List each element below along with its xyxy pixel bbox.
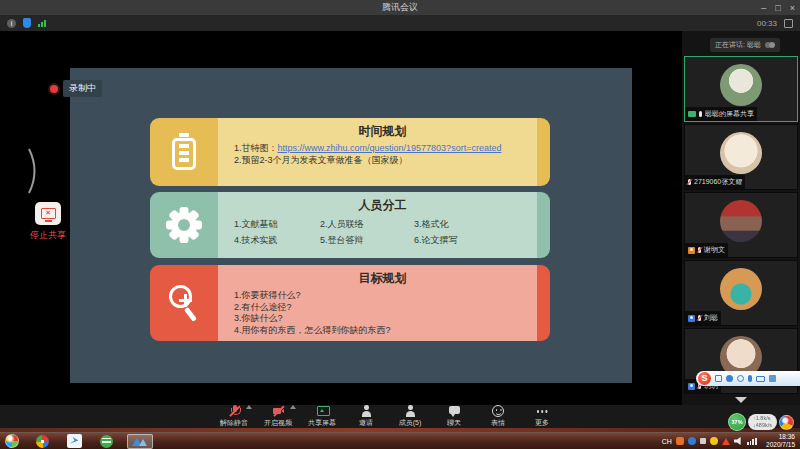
network-speeds: 1.8k/s 489k/s: [748, 414, 777, 431]
memory-percent-badge: 37%: [728, 413, 746, 431]
punctuation-icon[interactable]: [726, 375, 733, 382]
start-button[interactable]: [5, 434, 19, 448]
sogou-logo-icon[interactable]: [698, 372, 711, 385]
card-body: 目标规划 1.你要获得什么? 2.有什么途径? 3.你缺什么? 4.用你有的东西…: [218, 265, 537, 341]
chat-icon: [448, 405, 461, 417]
tray-blue-app-icon[interactable]: [688, 437, 696, 445]
tray-orange-app-icon[interactable]: [676, 437, 684, 445]
security-shield-icon[interactable]: [23, 18, 31, 28]
camera-options-caret-icon[interactable]: [290, 405, 296, 409]
card-title: 人员分工: [234, 197, 531, 214]
participant-tile[interactable]: 刘聪: [684, 260, 798, 326]
card-body: 人员分工 1.文献基础 2.人员联络 3.格式化 4.技术实践 5.登台答辩 6…: [218, 192, 537, 258]
share-screen-icon: [316, 405, 329, 417]
camera-off-icon: [272, 405, 285, 417]
meeting-mountains-icon: [132, 437, 148, 446]
avatar: [720, 200, 762, 242]
start-video-button[interactable]: 开启视频: [256, 405, 300, 428]
people-item: 2.人员联络: [320, 218, 414, 231]
stop-share-button[interactable]: [35, 202, 61, 225]
system-tray: CH 18:36 2020/7/15: [662, 433, 795, 449]
window-title: 腾讯会议: [382, 1, 418, 14]
bird-icon: [67, 434, 82, 448]
card-title: 目标规划: [234, 270, 531, 287]
mini-avatars-icon: [765, 42, 775, 48]
member-badge-icon: [688, 315, 695, 322]
card-icon-zone: [150, 192, 218, 258]
emoji-button[interactable]: 表情: [476, 405, 520, 428]
stop-share-control[interactable]: 停止共享: [25, 202, 71, 242]
traffic-monitor-widget[interactable]: 37% 1.8k/s 489k/s: [728, 413, 794, 431]
soft-keyboard-icon[interactable]: [756, 376, 765, 382]
invite-button[interactable]: 邀请: [344, 405, 388, 428]
meeting-info-icon[interactable]: [7, 19, 16, 28]
zhihu-link[interactable]: https://www.zhihu.com/question/19577803?…: [278, 143, 502, 153]
network-bars-icon[interactable]: [747, 438, 757, 445]
monitor-x-icon: [41, 208, 56, 219]
close-button[interactable]: ×: [790, 3, 795, 13]
members-icon: [404, 405, 417, 417]
collapse-sidebar-arrow-icon[interactable]: [735, 397, 747, 403]
slide-card-time-planning: 时间规划 1.甘特图：https://www.zhihu.com/questio…: [150, 118, 550, 186]
fullscreen-icon[interactable]: [784, 19, 793, 28]
more-button[interactable]: 更多: [520, 405, 564, 428]
avatar: [720, 64, 762, 106]
host-badge-icon: [688, 247, 695, 254]
time-planning-line2: 2.预留2-3个月为发表文章做准备（国家级）: [234, 155, 531, 167]
people-item: 4.技术实践: [234, 234, 320, 247]
screen-share-icon: [688, 111, 696, 117]
language-indicator[interactable]: CH: [662, 438, 672, 445]
mic-options-caret-icon[interactable]: [246, 405, 252, 409]
taskbar-app-pinwheel[interactable]: [33, 434, 51, 449]
members-button[interactable]: 成员(5): [388, 405, 432, 428]
recording-label: 录制中: [63, 80, 102, 97]
toolbox-icon[interactable]: [769, 375, 776, 382]
participant-tile[interactable]: 谢明文: [684, 192, 798, 258]
gantt-line-prefix: 1.甘特图：: [234, 143, 278, 153]
download-speed: 489k/s: [753, 422, 772, 429]
taskbar-app-bird[interactable]: [65, 434, 83, 449]
card-body: 时间规划 1.甘特图：https://www.zhihu.com/questio…: [218, 118, 537, 186]
emoji-panel-icon[interactable]: [737, 375, 744, 382]
stop-share-label: 停止共享: [25, 229, 71, 242]
tray-small-app-icon[interactable]: [700, 438, 706, 444]
tray-triangle-app-icon[interactable]: [722, 438, 730, 445]
now-speaking-label: 正在讲话: 聪聪: [715, 40, 761, 50]
chat-button[interactable]: 聊天: [432, 405, 476, 428]
accelerator-ball-icon[interactable]: [779, 415, 794, 430]
card-icon-zone: [150, 118, 218, 186]
participant-name: 谢明文: [704, 245, 725, 255]
shared-slide: 时间规划 1.甘特图：https://www.zhihu.com/questio…: [70, 68, 632, 383]
magnifier-plus-icon: [167, 283, 201, 323]
taskbar-clock[interactable]: 18:36 2020/7/15: [766, 433, 795, 449]
participant-name: 聪聪的屏幕共享: [705, 109, 754, 119]
goal-line: 4.用你有的东西，怎么得到你缺的东西?: [234, 325, 531, 337]
share-screen-button[interactable]: 共享屏幕: [300, 405, 344, 428]
mic-muted-icon: [688, 179, 691, 185]
slide-card-goal-planning: 目标规划 1.你要获得什么? 2.有什么途径? 3.你缺什么? 4.用你有的东西…: [150, 265, 550, 341]
annotation-panel-handle[interactable]: [26, 148, 42, 198]
taskbar-app-green[interactable]: [97, 434, 115, 449]
meeting-statusbar: 00:33: [0, 15, 800, 31]
unmute-button[interactable]: 解除静音: [212, 405, 256, 428]
windows-taskbar: CH 18:36 2020/7/15: [0, 432, 800, 449]
maximize-button[interactable]: □: [775, 3, 780, 13]
taskbar-app-tencent-meeting-active[interactable]: [127, 434, 153, 449]
volume-icon[interactable]: [734, 437, 743, 445]
tray-yellow-app-icon[interactable]: [710, 437, 718, 445]
pinwheel-icon: [36, 435, 49, 448]
voice-input-icon[interactable]: [748, 375, 752, 382]
participants-sidebar: 正在讲话: 聪聪 聪聪的屏幕共享 2719060张文耀 谢明文: [682, 31, 800, 408]
participant-tile-screen-share[interactable]: 聪聪的屏幕共享: [684, 56, 798, 122]
participant-tile[interactable]: 2719060张文耀: [684, 124, 798, 190]
more-dots-icon: [536, 405, 549, 417]
member-badge-icon: [688, 383, 695, 390]
invite-icon: [360, 405, 373, 417]
minimize-button[interactable]: –: [761, 3, 766, 13]
network-signal-icon: [38, 20, 46, 27]
slide-card-people-division: 人员分工 1.文献基础 2.人员联络 3.格式化 4.技术实践 5.登台答辩 6…: [150, 192, 550, 258]
meeting-timer: 00:33: [757, 19, 777, 28]
pinyin-mode-icon[interactable]: [715, 375, 722, 382]
people-item: 6.论文撰写: [414, 234, 531, 247]
avatar: [720, 132, 762, 174]
